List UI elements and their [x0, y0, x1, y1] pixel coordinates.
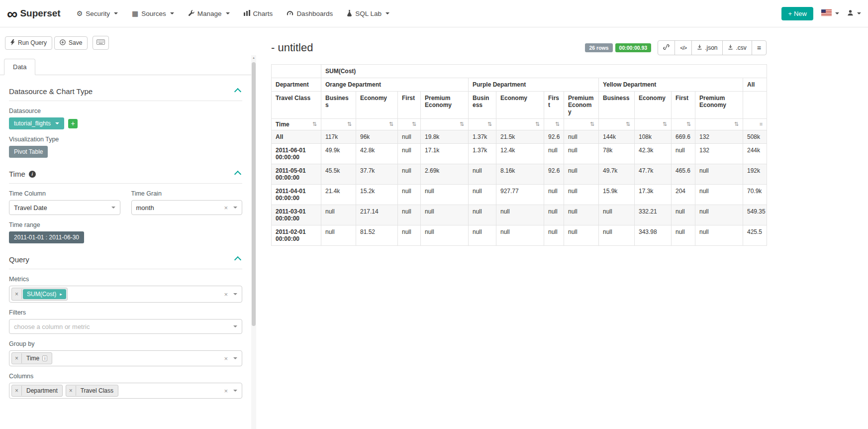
section-time-header[interactable]: Time i	[9, 166, 242, 184]
sort-icon[interactable]: ⇅	[389, 121, 393, 127]
pivot-value-cell: null	[469, 225, 496, 246]
pivot-value-cell: 244k	[743, 144, 767, 164]
sort-icon[interactable]: ⇅	[347, 121, 352, 127]
more-options-button[interactable]: ≡	[752, 40, 767, 55]
groupby-select[interactable]: × Time i ×	[9, 350, 242, 366]
filters-select[interactable]: choose a column or metric	[9, 319, 242, 334]
metric-token-label: SUM(Cost)	[27, 291, 56, 298]
sort-amount-icon[interactable]: ≡	[760, 121, 763, 127]
sort-icon[interactable]: ⇅	[555, 121, 560, 127]
remove-icon[interactable]: ×	[66, 386, 76, 396]
remove-icon[interactable]: ×	[12, 386, 22, 396]
user-menu[interactable]	[847, 9, 861, 18]
clear-icon[interactable]: ×	[224, 355, 228, 362]
panel-scrollbar[interactable]: ▴	[251, 27, 256, 429]
superset-brand[interactable]: ∞ Superset	[7, 7, 61, 20]
clear-icon[interactable]: ×	[224, 205, 228, 211]
scrollbar-up-icon[interactable]: ▴	[251, 56, 256, 60]
table-icon: ▦	[132, 10, 138, 17]
nav-dashboards[interactable]: Dashboards	[287, 10, 333, 17]
viz-type-button[interactable]: Pivot Table	[9, 146, 48, 158]
sort-icon[interactable]: ⇅	[535, 121, 540, 127]
pivot-sort-header: ⇅	[421, 119, 469, 130]
metric-token[interactable]: × SUM(Cost) ▸	[11, 288, 68, 301]
language-selector[interactable]	[821, 9, 839, 18]
export-json-button[interactable]: .json	[691, 40, 723, 55]
columns-token-label: Travel Class	[76, 385, 118, 396]
sort-icon[interactable]: ⇅	[312, 121, 317, 127]
nav-security[interactable]: ⚙ Security	[77, 10, 118, 17]
columns-select[interactable]: × Department × Travel Class ×	[9, 383, 242, 399]
pivot-value-cell: null	[672, 144, 695, 164]
menu-icon: ≡	[757, 44, 761, 52]
pivot-value-cell: 332.21	[635, 205, 672, 225]
brand-name: Superset	[20, 8, 60, 19]
remove-icon[interactable]: ×	[12, 353, 22, 363]
pivot-value-cell: 49.9k	[321, 144, 356, 164]
nav-charts[interactable]: Charts	[244, 10, 273, 17]
us-flag-icon	[821, 9, 832, 18]
time-column-select[interactable]: Travel Date	[9, 200, 120, 215]
groupby-token-label: Time	[26, 355, 39, 362]
section-query-header[interactable]: Query	[9, 251, 242, 269]
groupby-token[interactable]: × Time i	[11, 352, 52, 364]
section-datasource-title: Datasource & Chart Type	[9, 87, 93, 96]
pivot-sort-header: ⇅	[469, 119, 496, 130]
pivot-data-row: All117k96knull19.8k1.37k21.5k92.6null144…	[272, 130, 767, 144]
time-grain-select[interactable]: month ×	[131, 200, 243, 215]
export-csv-button[interactable]: .csv	[722, 40, 752, 55]
pivot-row-label: All	[272, 130, 321, 144]
pivot-subdimension-header: Travel Class	[272, 92, 321, 119]
nav-manage[interactable]: Manage	[188, 10, 230, 17]
nav-sql-lab[interactable]: SQL Lab	[347, 10, 389, 17]
pivot-class-header: Economy	[635, 92, 672, 119]
clear-icon[interactable]: ×	[224, 291, 228, 298]
add-datasource-button[interactable]: +	[68, 119, 78, 128]
section-datasource-header[interactable]: Datasource & Chart Type	[9, 83, 242, 101]
columns-token[interactable]: × Department	[11, 385, 63, 397]
filters-placeholder: choose a column or metric	[14, 323, 90, 330]
time-range-button[interactable]: 2011-01-01 : 2011-06-30	[9, 231, 84, 243]
sort-icon[interactable]: ⇅	[412, 121, 416, 127]
caret-down-icon	[386, 12, 389, 14]
link-icon	[663, 44, 670, 52]
run-query-button[interactable]: Run Query	[5, 36, 52, 50]
chevron-up-icon[interactable]	[234, 170, 241, 177]
new-button[interactable]: + New	[781, 7, 813, 20]
share-link-button[interactable]	[658, 40, 675, 55]
pivot-value-cell: 132	[695, 130, 743, 144]
pivot-value-cell: null	[695, 205, 743, 225]
clear-icon[interactable]: ×	[224, 388, 228, 394]
sort-icon[interactable]: ⇅	[487, 121, 492, 127]
pivot-row-label: 2011-04-01 00:00:00	[272, 185, 321, 205]
sort-icon[interactable]: ⇅	[686, 121, 691, 127]
sort-icon[interactable]: ⇅	[590, 121, 594, 127]
embed-code-button[interactable]: </>	[675, 40, 692, 55]
dashboard-icon	[287, 10, 293, 17]
metrics-select[interactable]: × SUM(Cost) ▸ ×	[9, 286, 242, 303]
save-button[interactable]: Save	[54, 36, 88, 50]
viz-type-label: Visualization Type	[9, 136, 242, 143]
chevron-up-icon[interactable]	[234, 256, 241, 263]
section-query: Query Metrics × SUM(Cost) ▸	[9, 251, 242, 399]
time-column-value: Travel Date	[14, 204, 47, 212]
sort-icon[interactable]: ⇅	[626, 121, 630, 127]
chevron-up-icon[interactable]	[234, 88, 241, 95]
sort-icon[interactable]: ⇅	[460, 121, 464, 127]
nav-sources[interactable]: ▦ Sources	[132, 10, 174, 17]
tab-data[interactable]: Data	[4, 59, 35, 75]
pivot-value-cell: 81.52	[356, 225, 398, 246]
columns-token[interactable]: × Travel Class	[66, 385, 118, 397]
scrollbar-thumb[interactable]	[252, 62, 256, 326]
sort-icon[interactable]: ⇅	[663, 121, 667, 127]
remove-icon[interactable]: ×	[12, 289, 22, 299]
chart-title[interactable]: - untitled	[271, 41, 313, 54]
pivot-value-cell: 92.6	[544, 130, 564, 144]
pivot-value-cell: null	[469, 205, 496, 225]
sort-icon[interactable]: ⇅	[734, 121, 739, 127]
nav-sources-label: Sources	[141, 10, 166, 17]
pivot-group-header: Yellow Department	[599, 78, 743, 92]
keyboard-shortcuts-button[interactable]	[93, 36, 109, 50]
datasource-select[interactable]: tutorial_flights	[9, 117, 64, 129]
pivot-value-cell: null	[695, 164, 743, 185]
